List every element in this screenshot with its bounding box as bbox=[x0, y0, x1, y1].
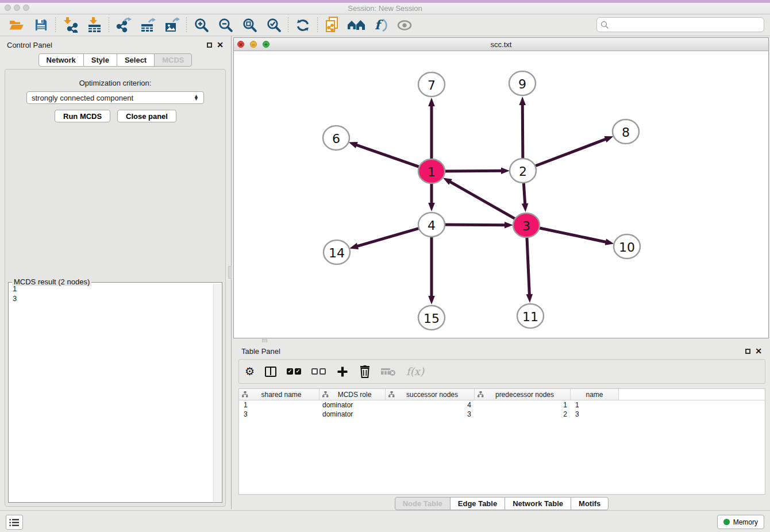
graph-node-15[interactable]: 15 bbox=[418, 306, 445, 330]
network-view-window: ✕ − + scc.txt 7968124314101511 bbox=[233, 37, 769, 338]
hierarchy-icon bbox=[478, 391, 484, 398]
open-folder-icon bbox=[9, 18, 24, 32]
deselect-all-columns-icon[interactable] bbox=[311, 368, 326, 375]
toggle-bird-view-button[interactable] bbox=[392, 16, 417, 35]
graph-node-2[interactable]: 2 bbox=[510, 159, 536, 183]
table-panel: Table Panel ✕ ⚙ ✓✓ f(x) bbox=[233, 342, 770, 510]
svg-text:3: 3 bbox=[522, 219, 530, 233]
add-column-icon[interactable] bbox=[336, 365, 349, 378]
graph-edge-4-14[interactable] bbox=[356, 228, 421, 246]
graph-edge-4-3[interactable] bbox=[442, 225, 506, 225]
run-mcds-button[interactable]: Run MCDS bbox=[55, 110, 110, 122]
search-input[interactable] bbox=[609, 21, 764, 29]
close-panel-button[interactable]: Close panel bbox=[117, 110, 176, 122]
graph-edge-arrowhead bbox=[501, 167, 510, 174]
home-view-button[interactable] bbox=[344, 16, 368, 35]
import-table-button[interactable] bbox=[82, 16, 106, 35]
graph-node-1[interactable]: 1 bbox=[418, 159, 445, 183]
graph-edge-3-11[interactable] bbox=[527, 236, 530, 296]
import-network-button[interactable] bbox=[58, 16, 82, 35]
memory-label: Memory bbox=[733, 518, 758, 526]
memory-button[interactable]: Memory bbox=[717, 515, 764, 529]
graph-edge-arrowhead bbox=[349, 142, 358, 148]
control-panel: Control Panel ✕ Network Style Select MCD… bbox=[0, 36, 230, 509]
table-settings-gear-icon[interactable]: ⚙ bbox=[245, 365, 255, 378]
export-network-icon bbox=[116, 17, 132, 33]
graph-edge-2-3[interactable] bbox=[523, 182, 525, 205]
refresh-icon bbox=[295, 18, 310, 33]
zoom-in-button[interactable] bbox=[189, 16, 213, 35]
graph-edge-1-6[interactable] bbox=[355, 145, 421, 168]
delete-columns-trash-icon[interactable] bbox=[359, 365, 371, 378]
export-network-button[interactable] bbox=[111, 16, 136, 35]
open-file-button[interactable] bbox=[5, 16, 29, 35]
float-panel-icon[interactable] bbox=[745, 349, 750, 354]
graph-node-8[interactable]: 8 bbox=[613, 119, 639, 144]
tab-mcds[interactable]: MCDS bbox=[154, 53, 192, 67]
eye-icon bbox=[396, 19, 413, 32]
refresh-button[interactable] bbox=[291, 16, 315, 35]
tab-node-table[interactable]: Node Table bbox=[395, 497, 451, 510]
tab-network-table[interactable]: Network Table bbox=[505, 497, 571, 510]
tab-edge-table[interactable]: Edge Table bbox=[450, 497, 505, 510]
graph-edge-1-2[interactable] bbox=[442, 171, 503, 171]
task-history-button[interactable] bbox=[6, 515, 23, 530]
close-panel-icon[interactable]: ✕ bbox=[217, 41, 224, 49]
column-header-name[interactable]: name bbox=[571, 389, 619, 400]
graph-node-9[interactable]: 9 bbox=[509, 71, 536, 95]
table-row[interactable]: 3dominator323 bbox=[239, 410, 765, 419]
graph-edge-3-10[interactable] bbox=[537, 228, 607, 242]
graph-edge-arrowhead bbox=[522, 203, 529, 212]
table-row[interactable]: 1dominator411 bbox=[239, 400, 765, 410]
table-cell: 3 bbox=[239, 410, 319, 419]
svg-text:7: 7 bbox=[428, 78, 436, 92]
graph-edge-2-8[interactable] bbox=[533, 138, 607, 167]
zoom-out-icon bbox=[218, 17, 233, 33]
tab-network[interactable]: Network bbox=[38, 53, 84, 67]
graph-edge-3-1[interactable] bbox=[449, 181, 517, 219]
close-panel-icon[interactable]: ✕ bbox=[755, 347, 762, 355]
column-header-predecessor-nodes[interactable]: predecessor nodes bbox=[475, 389, 571, 400]
graph-node-4[interactable]: 4 bbox=[418, 213, 445, 237]
optimization-criterion-dropdown[interactable]: strongly connected component ▲▼ bbox=[26, 91, 204, 104]
graph-node-7[interactable]: 7 bbox=[418, 72, 445, 97]
graphics-details-icon: f bbox=[373, 18, 388, 33]
network-window-titlebar[interactable]: ✕ − + scc.txt bbox=[234, 38, 768, 51]
export-table-button[interactable] bbox=[136, 16, 160, 35]
tab-select[interactable]: Select bbox=[117, 53, 155, 67]
clone-network-button[interactable] bbox=[320, 16, 344, 35]
table-panel-title: Table Panel bbox=[241, 347, 280, 356]
panel-splitter-handle[interactable] bbox=[228, 266, 232, 279]
mcds-result-scrollbar[interactable] bbox=[213, 284, 221, 502]
home-icon bbox=[348, 18, 365, 32]
graph-node-11[interactable]: 11 bbox=[517, 304, 544, 328]
show-graphics-details-button[interactable]: f bbox=[368, 16, 392, 35]
select-all-columns-icon[interactable]: ✓✓ bbox=[287, 368, 301, 375]
graph-edge-arrowhead bbox=[443, 178, 452, 184]
export-image-button[interactable] bbox=[160, 16, 184, 35]
search-box[interactable] bbox=[596, 17, 764, 32]
svg-text:2: 2 bbox=[519, 164, 527, 179]
float-panel-icon[interactable] bbox=[207, 43, 212, 48]
save-icon bbox=[34, 18, 48, 32]
zoom-fit-button[interactable] bbox=[237, 16, 261, 35]
zoom-out-button[interactable] bbox=[213, 16, 237, 35]
export-image-icon bbox=[164, 17, 180, 33]
column-header-successor-nodes[interactable]: successor nodes bbox=[386, 389, 475, 400]
show-columns-icon[interactable] bbox=[265, 367, 276, 377]
graph-node-3[interactable]: 3 bbox=[513, 213, 540, 237]
svg-text:11: 11 bbox=[522, 310, 538, 324]
graph-edge-2-9[interactable] bbox=[522, 103, 523, 160]
graph-node-10[interactable]: 10 bbox=[614, 234, 640, 259]
network-canvas[interactable]: 7968124314101511 bbox=[234, 51, 768, 338]
graph-node-6[interactable]: 6 bbox=[323, 126, 349, 150]
column-header-shared-name[interactable]: shared name bbox=[239, 389, 319, 400]
tab-motifs[interactable]: Motifs bbox=[571, 497, 609, 510]
import-table-icon bbox=[87, 17, 102, 33]
zoom-selected-button[interactable] bbox=[261, 16, 286, 35]
table-panel-tabs: Node Table Edge Table Network Table Moti… bbox=[233, 497, 770, 510]
graph-node-14[interactable]: 14 bbox=[324, 240, 350, 264]
column-header-mcds-role[interactable]: MCDS role bbox=[319, 389, 386, 400]
tab-style[interactable]: Style bbox=[83, 53, 117, 67]
save-session-button[interactable] bbox=[29, 16, 53, 35]
